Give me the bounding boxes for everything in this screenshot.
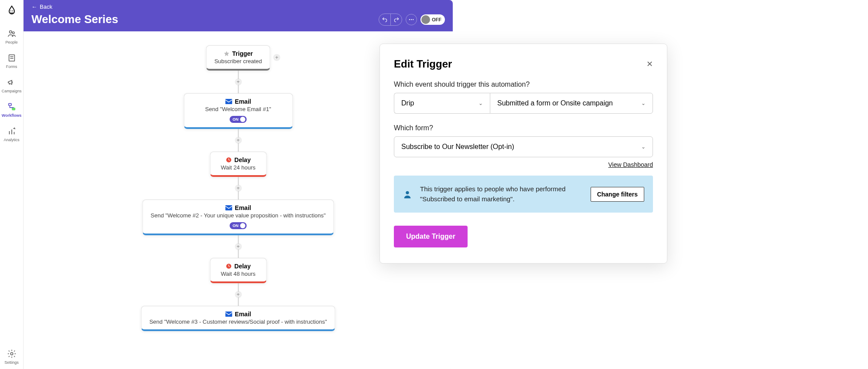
person-icon: [403, 190, 412, 199]
change-filters-button[interactable]: Change filters: [591, 187, 644, 202]
panel-title: Edit Trigger: [394, 58, 452, 70]
back-label: Back: [40, 3, 52, 10]
update-trigger-button[interactable]: Update Trigger: [394, 226, 468, 247]
mail-icon: [225, 99, 232, 104]
node-subtitle: Send "Welcome #3 - Customer reviews/Soci…: [149, 318, 327, 325]
email-node-1[interactable]: Email Send "Welcome Email #1" ON: [184, 93, 293, 129]
workflow-power-toggle[interactable]: OFF: [420, 14, 445, 25]
forms-icon: [7, 53, 17, 63]
toggle-knob: [421, 15, 430, 24]
provider-value: Drip: [401, 99, 414, 107]
toggle-label: OFF: [432, 17, 441, 22]
add-branch-button[interactable]: +: [273, 54, 280, 61]
chevron-down-icon: ⌄: [641, 144, 646, 150]
nav-label: Workflows: [2, 113, 21, 118]
nav-settings[interactable]: Settings: [0, 345, 23, 369]
mail-icon: [225, 311, 232, 317]
sidebar: People Forms Campaigns Workflows Analyti…: [0, 0, 24, 369]
node-title: Delay: [234, 156, 250, 163]
people-icon: [7, 29, 17, 38]
nav-label: Forms: [6, 64, 17, 69]
email-node-3[interactable]: Email Send "Welcome #3 - Customer review…: [141, 306, 335, 331]
gear-icon: [7, 349, 17, 359]
svg-rect-18: [225, 205, 232, 210]
svg-point-21: [406, 191, 409, 194]
svg-rect-7: [8, 104, 11, 106]
event-select[interactable]: Submitted a form or Onsite campaign ⌄: [490, 93, 653, 114]
email-toggle[interactable]: ON: [229, 116, 247, 123]
nav-label: Settings: [4, 360, 19, 365]
svg-point-1: [12, 10, 13, 11]
chevron-down-icon: ⌄: [478, 100, 483, 106]
email-toggle[interactable]: ON: [229, 222, 247, 229]
node-subtitle: Wait 24 hours: [218, 164, 258, 171]
provider-select[interactable]: Drip ⌄: [394, 93, 490, 114]
form-select[interactable]: Subscribe to Our Newsletter (Opt-in) ⌄: [394, 136, 653, 157]
svg-rect-8: [12, 108, 14, 110]
node-subtitle: Subscriber created: [214, 58, 262, 64]
nav-analytics[interactable]: Analytics: [0, 122, 23, 146]
svg-rect-4: [9, 55, 14, 61]
undo-redo-group: [379, 14, 402, 26]
view-dashboard-link[interactable]: View Dashboard: [608, 161, 653, 168]
megaphone-icon: [7, 78, 17, 87]
analytics-icon: [7, 126, 17, 136]
arrow-left-icon: ←: [31, 3, 37, 10]
trigger-node[interactable]: + Trigger Subscriber created: [206, 45, 270, 71]
page-title: Welcome Series: [31, 13, 118, 26]
nav-label: Analytics: [3, 138, 19, 142]
clock-icon: [226, 263, 232, 269]
node-title: Email: [235, 204, 251, 211]
node-title: Trigger: [232, 50, 253, 57]
header: ← Back Welcome Series OFF: [24, 0, 453, 31]
nav-workflows[interactable]: Workflows: [0, 98, 23, 122]
node-subtitle: Wait 48 hours: [218, 271, 258, 277]
mail-icon: [225, 205, 232, 210]
svg-point-3: [12, 32, 14, 34]
event-value: Submitted a form or Onsite campaign: [497, 99, 613, 107]
node-title: Delay: [234, 263, 250, 270]
star-icon: [223, 51, 229, 57]
svg-point-13: [409, 19, 410, 20]
chevron-down-icon: ⌄: [641, 100, 646, 106]
redo-button[interactable]: [390, 14, 402, 25]
workflows-icon: [7, 102, 17, 112]
delay-node-1[interactable]: Delay Wait 24 hours: [210, 152, 267, 177]
svg-point-14: [411, 19, 412, 20]
node-title: Email: [235, 311, 251, 318]
info-text: This trigger applies to people who have …: [420, 184, 583, 204]
delay-node-2[interactable]: Delay Wait 48 hours: [210, 258, 267, 283]
node-subtitle: Send "Welcome Email #1": [192, 106, 284, 112]
svg-rect-20: [225, 311, 232, 317]
svg-point-15: [413, 19, 413, 20]
close-button[interactable]: ✕: [646, 59, 653, 69]
email-node-2[interactable]: Email Send "Welcome #2 - Your unique val…: [142, 200, 334, 235]
undo-button[interactable]: [379, 14, 390, 25]
event-question-label: Which event should trigger this automati…: [394, 81, 653, 88]
app-logo: [7, 5, 17, 16]
node-subtitle: Send "Welcome #2 - Your unique value pro…: [150, 212, 325, 219]
svg-point-2: [9, 31, 12, 34]
edit-trigger-panel: Edit Trigger ✕ Which event should trigge…: [379, 44, 667, 264]
nav-label: People: [5, 40, 17, 44]
filter-info-box: This trigger applies to people who have …: [394, 176, 653, 213]
more-button[interactable]: [406, 14, 417, 25]
svg-point-0: [10, 10, 11, 11]
nav-label: Campaigns: [2, 89, 22, 93]
back-button[interactable]: ← Back: [31, 3, 445, 10]
node-title: Email: [235, 98, 251, 105]
nav-forms[interactable]: Forms: [0, 49, 23, 73]
clock-icon: [226, 157, 232, 163]
nav-campaigns[interactable]: Campaigns: [0, 73, 23, 98]
svg-rect-16: [225, 99, 232, 104]
form-question-label: Which form?: [394, 124, 653, 132]
form-value: Subscribe to Our Newsletter (Opt-in): [401, 143, 514, 151]
svg-point-12: [10, 352, 13, 355]
nav-people[interactable]: People: [0, 24, 23, 49]
